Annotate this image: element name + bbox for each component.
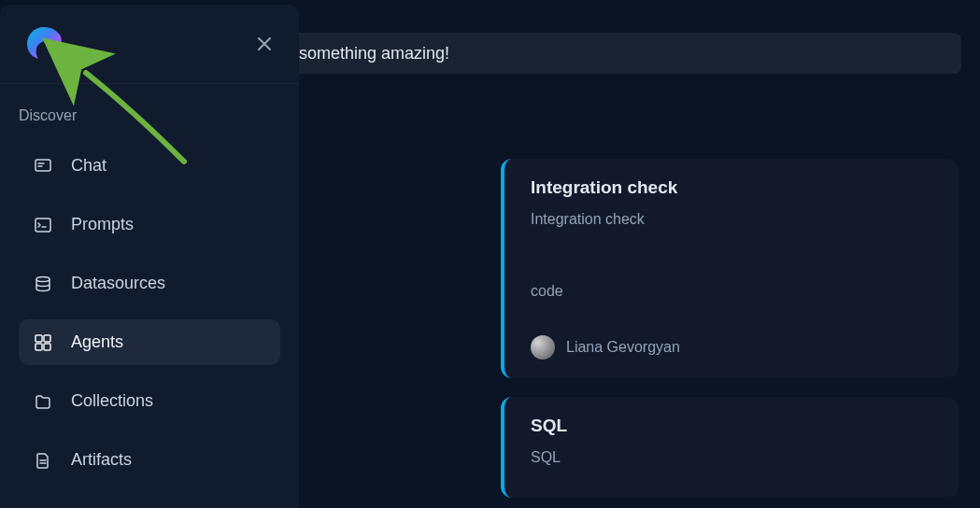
card-title: Integration check (531, 177, 932, 198)
card-subtitle: Integration check (531, 211, 932, 228)
sidebar-item-collections[interactable]: Collections (19, 378, 280, 424)
nav-label: Collections (71, 391, 153, 411)
card-tag: code (531, 283, 932, 300)
sidebar-item-artifacts[interactable]: Artifacts (19, 437, 280, 483)
agent-card-integration-check[interactable]: Integration check Integration check code… (501, 159, 959, 378)
agent-card-sql[interactable]: SQL SQL (501, 397, 959, 498)
datasources-icon (34, 275, 52, 293)
app-logo[interactable] (23, 23, 64, 64)
section-label: Discover (0, 84, 299, 143)
card-author: Liana Gevorgyan (531, 335, 932, 360)
sidebar-item-agents[interactable]: Agents (19, 319, 280, 365)
avatar (531, 335, 555, 360)
close-sidebar-button[interactable] (253, 33, 276, 55)
banner-text: something amazing! (299, 44, 449, 64)
nav-label: Agents (71, 332, 123, 352)
sidebar-item-prompts[interactable]: Prompts (19, 202, 280, 247)
nav-items: Chat Prompts Datasources Agents Collecti (0, 143, 299, 483)
agents-icon (34, 333, 52, 352)
svg-rect-5 (44, 335, 50, 342)
sidebar: Discover Chat Prompts Datasources Agents (0, 5, 299, 508)
svg-rect-2 (36, 219, 50, 232)
card-title: SQL (531, 416, 932, 436)
collections-icon (34, 392, 52, 411)
svg-rect-6 (36, 344, 42, 350)
artifacts-icon (34, 451, 52, 470)
nav-label: Datasources (71, 274, 165, 293)
author-name: Liana Gevorgyan (566, 339, 680, 356)
nav-label: Artifacts (71, 450, 132, 470)
nav-label: Prompts (71, 215, 134, 234)
svg-rect-7 (44, 344, 50, 350)
svg-rect-1 (36, 160, 50, 171)
card-subtitle: SQL (531, 449, 932, 466)
svg-rect-4 (36, 335, 42, 342)
sidebar-header (0, 5, 299, 84)
prompts-icon (34, 216, 52, 234)
svg-point-0 (37, 45, 50, 58)
sidebar-item-datasources[interactable]: Datasources (19, 261, 280, 306)
chat-icon (34, 157, 52, 176)
sidebar-item-chat[interactable]: Chat (19, 143, 280, 189)
nav-label: Chat (71, 156, 107, 176)
main-content: Integration check Integration check code… (299, 84, 961, 508)
svg-point-3 (36, 276, 50, 281)
